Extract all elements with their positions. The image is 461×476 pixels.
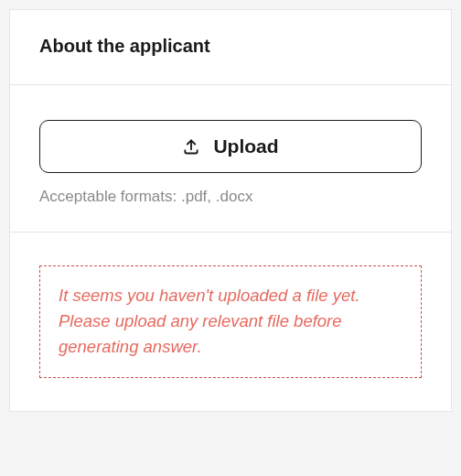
format-hint: Acceptable formats: .pdf, .docx (39, 188, 422, 206)
upload-button-label: Upload (213, 135, 278, 157)
applicant-card: About the applicant Upload Acceptable fo… (9, 9, 452, 412)
section-header: About the applicant (10, 10, 451, 85)
warning-section: It seems you haven't uploaded a file yet… (10, 233, 451, 411)
upload-icon (182, 137, 200, 156)
warning-box: It seems you haven't uploaded a file yet… (39, 265, 422, 378)
upload-section: Upload Acceptable formats: .pdf, .docx (10, 85, 451, 233)
section-title: About the applicant (39, 36, 422, 57)
upload-button[interactable]: Upload (39, 120, 422, 173)
warning-message: It seems you haven't uploaded a file yet… (59, 283, 402, 359)
